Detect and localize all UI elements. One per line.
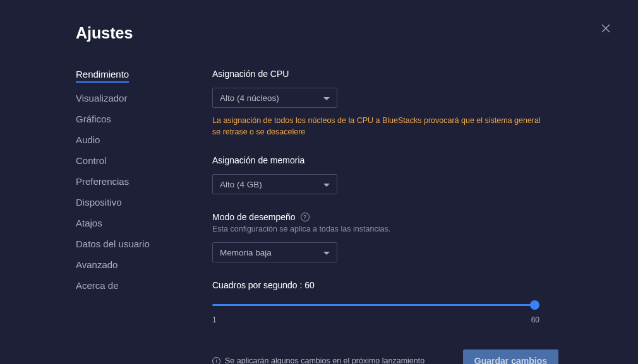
performance-mode-label: Modo de desempeño ?	[212, 212, 575, 222]
chevron-down-icon	[323, 179, 330, 190]
page-title: Ajustes	[76, 24, 613, 42]
fps-min-label: 1	[212, 315, 217, 324]
sidebar-item-dispositivo[interactable]: Dispositivo	[76, 197, 122, 208]
performance-mode-value: Memoria baja	[220, 248, 272, 257]
sidebar: Rendimiento Visualizador Gráficos Audio …	[76, 69, 212, 364]
chevron-down-icon	[323, 92, 330, 103]
close-icon	[601, 24, 610, 33]
sidebar-item-visualizador[interactable]: Visualizador	[76, 93, 127, 103]
cpu-allocation-dropdown[interactable]: Alto (4 núcleos)	[212, 88, 337, 108]
cpu-allocation-value: Alto (4 núcleos)	[220, 93, 279, 103]
memory-allocation-dropdown[interactable]: Alto (4 GB)	[212, 174, 337, 194]
fps-label: Cuadros por segundo : 60	[212, 280, 575, 290]
memory-allocation-value: Alto (4 GB)	[220, 180, 262, 189]
sidebar-item-atajos[interactable]: Atajos	[76, 218, 102, 228]
performance-mode-sublabel: Esta configuración se aplica a todas las…	[212, 225, 575, 233]
fps-slider[interactable]	[212, 299, 539, 312]
sidebar-item-avanzado[interactable]: Avanzado	[76, 259, 117, 270]
sidebar-item-datos-usuario[interactable]: Datos del usuario	[76, 238, 150, 249]
main-panel: Asignación de CPU Alto (4 núcleos) La as…	[212, 69, 613, 364]
sidebar-item-audio[interactable]: Audio	[76, 134, 100, 145]
sidebar-item-control[interactable]: Control	[76, 155, 106, 166]
performance-mode-dropdown[interactable]: Memoria baja	[212, 242, 337, 262]
sidebar-item-acerca-de[interactable]: Acerca de	[76, 280, 119, 291]
close-button[interactable]	[601, 24, 610, 35]
sidebar-item-rendimiento[interactable]: Rendimiento	[76, 69, 129, 83]
info-text: i Se aplicarán algunos cambios en el pró…	[212, 356, 424, 364]
info-icon: i	[212, 357, 220, 365]
sidebar-item-graficos[interactable]: Gráficos	[76, 114, 111, 124]
chevron-down-icon	[323, 247, 330, 258]
fps-max-label: 60	[531, 315, 539, 324]
save-button[interactable]: Guardar cambios	[463, 349, 558, 364]
cpu-allocation-label: Asignación de CPU	[212, 69, 575, 79]
slider-thumb[interactable]	[530, 300, 539, 310]
slider-track	[212, 304, 539, 306]
cpu-warning-text: La asignación de todos los núcleos de la…	[212, 115, 541, 138]
memory-allocation-label: Asignación de memoria	[212, 155, 575, 165]
sidebar-item-preferencias[interactable]: Preferencias	[76, 176, 129, 187]
help-icon[interactable]: ?	[301, 213, 310, 221]
